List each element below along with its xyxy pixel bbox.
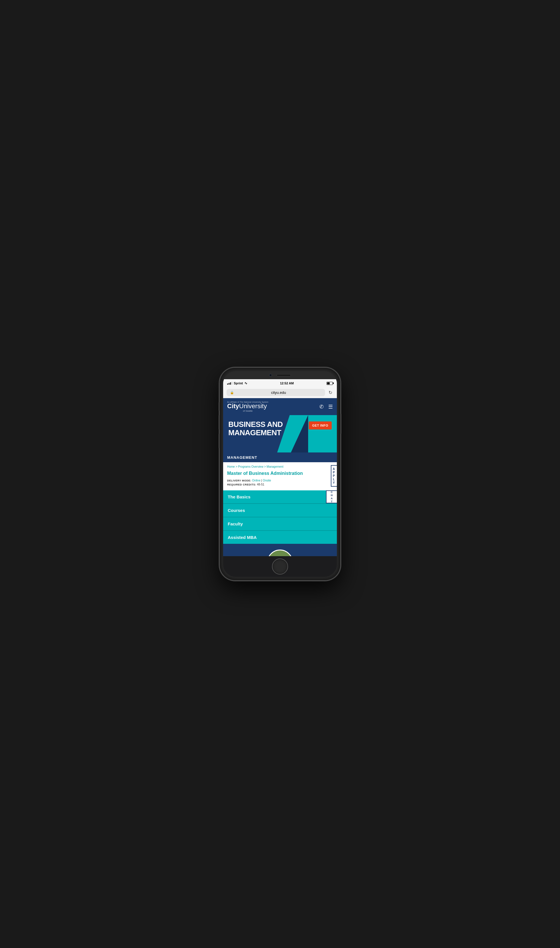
apply-letter-y: Y [333,481,335,484]
chat-c: C [331,491,333,494]
accordion-label-assisted-mba: Assisted MBA [228,535,257,540]
hero-section: BUSINESS AND MANAGEMENT GET INFO [223,415,337,452]
delivery-info: DELIVERY MODE: Online | Onsite [227,479,333,482]
phone-top-bar [223,371,337,379]
hero-title-line1: BUSINESS AND [228,420,283,429]
accordion-item-basics[interactable]: The Basics C H A T [223,490,337,504]
logo-area: An affiliate of The National University … [227,401,269,412]
credits-value: 48-51 [257,483,265,486]
volume-down-button [218,434,220,448]
screen-content: Sprint ∿ 12:52 AM 🔒 cityu.edu ↻ [223,379,337,556]
accordion-label-basics: The Basics [228,494,251,499]
status-right [326,382,333,385]
chat-t: T [331,500,332,503]
carrier-name: Sprint [234,382,243,385]
status-left: Sprint ∿ [227,381,247,385]
url-field[interactable]: 🔒 cityu.edu [226,389,325,396]
signal-bar-1 [227,383,228,385]
chat-h: H [331,494,333,497]
apply-letter-a: A [333,467,335,471]
accordion-item-assisted-mba[interactable]: Assisted MBA [223,531,337,544]
delivery-online[interactable]: Online [252,479,260,482]
apply-tab[interactable]: A P P L Y [331,465,337,486]
management-bar: MANAGEMENT [223,452,337,462]
phone-icon[interactable]: ✆ [319,404,324,410]
logo-name: CityUniversity [227,403,269,409]
accordion-label-faculty: Faculty [228,522,243,526]
lock-icon: 🔒 [230,391,234,394]
mute-button [218,402,220,411]
website-content: An affiliate of The National University … [223,398,337,556]
url-text: cityu.edu [235,390,322,395]
testimonial-section: “I wouldn’t be the leader I [223,544,337,556]
breadcrumb-home[interactable]: Home [227,465,235,468]
accordion-item-faculty[interactable]: Faculty [223,517,337,531]
nav-header: An affiliate of The National University … [223,398,337,415]
logo-city: City [227,402,239,409]
hero-title: BUSINESS AND MANAGEMENT [228,420,290,437]
apply-letter-p2: P [333,474,335,477]
phone-device: Sprint ∿ 12:52 AM 🔒 cityu.edu ↻ [220,368,340,580]
breadcrumb-sep1: > [235,465,238,468]
credits-label: REQUIRED CREDITS: [227,483,256,486]
delivery-label: DELIVERY MODE: [227,479,251,482]
refresh-icon[interactable]: ↻ [328,389,334,396]
apply-letter-p1: P [333,471,335,474]
volume-up-button [218,415,220,429]
svg-rect-0 [268,550,292,556]
breadcrumb: Home > Programs Overview > Management [227,465,333,468]
phone-screen-outer: Sprint ∿ 12:52 AM 🔒 cityu.edu ↻ [223,371,337,577]
breadcrumb-current[interactable]: Management [266,465,283,468]
get-info-button[interactable]: GET INFO [309,422,332,429]
avatar [267,549,293,556]
breadcrumb-programs[interactable]: Programs Overview [238,465,263,468]
power-button [340,414,342,434]
signal-bars [227,382,232,385]
management-title: MANAGEMENT [227,456,257,460]
avatar-svg [268,550,292,556]
battery-indicator [326,382,333,385]
logo-university: University [239,402,267,409]
logo-subtitle: of Seattle [227,409,269,412]
credits-info: REQUIRED CREDITS: 48-51 [227,483,333,486]
earpiece-speaker [277,374,291,376]
hero-title-line2: MANAGEMENT [228,428,281,437]
menu-icon[interactable]: ☰ [328,404,333,410]
side-tabs: A P P L Y [331,465,337,486]
status-time: 12:52 AM [280,382,294,385]
accordion-label-courses: Courses [228,508,245,513]
delivery-onsite[interactable]: Onsite [263,479,271,482]
chat-a: A [331,497,333,500]
nav-icons: ✆ ☰ [319,404,333,410]
accordion-item-courses[interactable]: Courses [223,504,337,517]
apply-letter-l: L [333,478,335,481]
accordion: The Basics C H A T Courses Faculty [223,490,337,544]
program-title: Master of Business Administration [227,471,333,477]
signal-bar-2 [229,383,229,385]
breadcrumb-section: Home > Programs Overview > Management Ma… [223,462,337,490]
signal-bar-3 [230,382,231,385]
home-button[interactable] [272,559,288,574]
wifi-icon: ∿ [245,381,247,385]
signal-bar-4 [231,382,232,385]
status-bar: Sprint ∿ 12:52 AM [223,379,337,387]
battery-fill [327,382,330,385]
front-camera [269,374,272,377]
url-bar[interactable]: 🔒 cityu.edu ↻ [223,387,337,398]
chat-tab[interactable]: C H A T [326,490,337,503]
